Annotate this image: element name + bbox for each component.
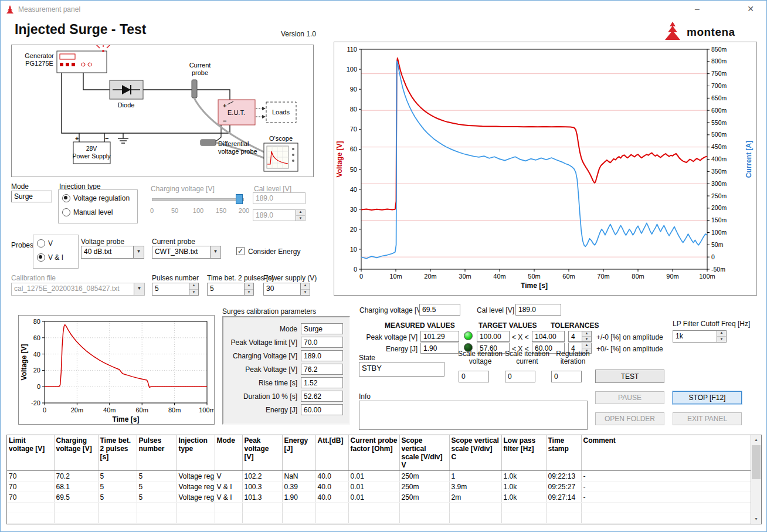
table-row[interactable]: 7068.155Voltage reg.V & I100.30.3940.00.… bbox=[7, 482, 751, 492]
scroll-down-icon[interactable]: ▼ bbox=[751, 514, 761, 524]
cell: 0.39 bbox=[282, 482, 315, 492]
cell: 250m bbox=[399, 482, 449, 492]
minimize-icon[interactable]: – bbox=[684, 1, 711, 18]
lp-filter-select[interactable]: 1k ▲▼ bbox=[673, 330, 727, 343]
calibration-panel: ModeSurgePeak Voltage limit [V]70.0Charg… bbox=[222, 316, 350, 425]
scrollbar-thumb[interactable] bbox=[752, 445, 761, 479]
spinner-buttons[interactable]: ▲▼ bbox=[717, 330, 726, 343]
svg-text:40: 40 bbox=[350, 186, 357, 193]
cell bbox=[282, 524, 315, 525]
cell bbox=[399, 513, 449, 524]
voltage-tolerance-stepper[interactable]: 4 ▲▼ bbox=[568, 331, 592, 342]
cell bbox=[54, 503, 98, 513]
spinner-buttons[interactable]: ▲▼ bbox=[296, 209, 305, 221]
cell: 40.0 bbox=[315, 492, 348, 503]
spin-down-icon: ▼ bbox=[301, 290, 310, 296]
power-supply-label: Power supply (V) bbox=[263, 274, 317, 282]
svg-text:80: 80 bbox=[33, 318, 40, 325]
power-supply-stepper[interactable]: 30 ▲▼ bbox=[263, 283, 310, 296]
peak-voltage-measured: 101.29 bbox=[420, 331, 459, 342]
scale-iteration-voltage-value: 0 bbox=[459, 371, 489, 382]
cell bbox=[282, 503, 315, 513]
open-folder-button[interactable]: OPEN FOLDER bbox=[595, 412, 664, 425]
supply-minus: − bbox=[105, 135, 108, 142]
table-row[interactable]: 7070.255Voltage reg.V102.2NaN40.00.01250… bbox=[7, 471, 751, 482]
spinner-buttons[interactable]: ▲▼ bbox=[244, 283, 253, 296]
calibration-param-value: 70.0 bbox=[301, 337, 343, 348]
brand-name: montena bbox=[687, 26, 735, 39]
radio-manual-level[interactable]: Manual level bbox=[62, 208, 113, 216]
spinner-buttons[interactable]: ▲▼ bbox=[189, 283, 198, 296]
column-header: Scope vertical scale [V/div] C bbox=[449, 435, 501, 471]
spin-down-icon: ▼ bbox=[189, 290, 198, 296]
close-icon[interactable]: ✕ bbox=[737, 1, 764, 18]
svg-text:110: 110 bbox=[347, 46, 357, 53]
spin-up-icon: ▲ bbox=[245, 283, 253, 290]
cell: 5 bbox=[137, 471, 177, 482]
voltage-probe-select[interactable]: 40 dB.txt ▼ bbox=[81, 246, 144, 259]
dropdown-arrow-icon[interactable]: ▼ bbox=[133, 246, 144, 259]
table-row[interactable] bbox=[7, 513, 751, 524]
slider-track[interactable] bbox=[152, 198, 244, 201]
calibration-param-label: Charging Voltage [V] bbox=[226, 352, 297, 360]
table-row[interactable]: 7069.555Voltage reg.V & I101.31.9040.00.… bbox=[7, 492, 751, 503]
table-row[interactable] bbox=[7, 503, 751, 513]
calibration-param-label: Mode bbox=[226, 325, 297, 333]
pause-button[interactable]: PAUSE bbox=[595, 391, 664, 404]
charging-voltage-slider[interactable] bbox=[152, 194, 244, 204]
radio-probe-vi[interactable]: V & I bbox=[37, 253, 63, 262]
radio-voltage-regulation[interactable]: Voltage regulation bbox=[62, 194, 130, 202]
dropdown-arrow-icon[interactable]: ▼ bbox=[210, 246, 220, 259]
cell: 102.2 bbox=[242, 471, 282, 482]
cell bbox=[348, 513, 399, 524]
mode-field[interactable]: Surge bbox=[11, 191, 52, 202]
pulses-number-stepper[interactable]: 5 ▲▼ bbox=[152, 283, 199, 296]
svg-text:10m: 10m bbox=[389, 273, 402, 280]
cell bbox=[215, 513, 242, 524]
radio-probe-v[interactable]: V bbox=[37, 239, 53, 248]
calibration-file-value: cal_1275E_20200316_085427.txt bbox=[14, 284, 120, 293]
table-scrollbar[interactable]: ▲ ▼ bbox=[751, 435, 761, 524]
cell bbox=[501, 513, 546, 524]
stop-button[interactable]: STOP [F12] bbox=[673, 391, 742, 404]
spin-down-icon: ▼ bbox=[296, 216, 305, 222]
spinner-buttons[interactable]: ▲▼ bbox=[582, 331, 591, 342]
oscope-label: O'scope bbox=[269, 135, 293, 142]
main-measurement-chart: 010m20m30m40m50m60m70m80m90m100m01020304… bbox=[334, 42, 757, 296]
cell: 1.0k bbox=[501, 471, 546, 482]
time-between-pulses-value: 5 bbox=[210, 284, 214, 293]
consider-energy-checkbox[interactable]: ✓ bbox=[236, 247, 245, 255]
cell: 5 bbox=[137, 482, 177, 492]
svg-text:300m: 300m bbox=[711, 180, 727, 187]
results-table: Limit voltage [V]Charging voltage [V]Tim… bbox=[7, 435, 752, 524]
energy-label: Energy [J] bbox=[349, 345, 418, 353]
exit-panel-button[interactable]: EXIT PANEL bbox=[673, 412, 742, 425]
svg-text:60m: 60m bbox=[135, 406, 148, 414]
svg-text:Voltage [V]: Voltage [V] bbox=[20, 344, 28, 381]
cell bbox=[348, 524, 399, 525]
ground-icon bbox=[118, 138, 128, 143]
cal-level-indicator: 189.0 bbox=[515, 304, 561, 316]
svg-text:500m: 500m bbox=[711, 131, 727, 138]
time-between-pulses-stepper[interactable]: 5 ▲▼ bbox=[207, 283, 254, 296]
spinner-buttons[interactable]: ▲▼ bbox=[300, 283, 310, 296]
cell: 5 bbox=[137, 492, 177, 503]
cell: 09:25:27 bbox=[546, 482, 581, 492]
svg-text:800m: 800m bbox=[711, 57, 727, 65]
charging-voltage-field[interactable]: 189.0 ▲▼ bbox=[253, 209, 306, 221]
calibration-param-label: Rise time [s] bbox=[226, 379, 297, 387]
calibration-file-select[interactable]: cal_1275E_20200316_085427.txt ▼ bbox=[11, 283, 145, 296]
scale-iteration-voltage-label: Scale iteration voltage bbox=[456, 350, 505, 365]
cell: - bbox=[581, 482, 751, 492]
scroll-up-icon[interactable]: ▲ bbox=[751, 435, 761, 445]
current-probe-select[interactable]: CWT_3NB.txt ▼ bbox=[152, 246, 221, 259]
cal-level-field[interactable]: 189.0 bbox=[253, 192, 306, 204]
cell: 70 bbox=[7, 471, 54, 482]
svg-text:60: 60 bbox=[350, 145, 357, 153]
dropdown-arrow-icon[interactable]: ▼ bbox=[134, 283, 144, 296]
test-button[interactable]: TEST bbox=[595, 370, 664, 383]
cell: 68.1 bbox=[54, 482, 98, 492]
slider-handle[interactable] bbox=[236, 194, 243, 204]
cell: 70 bbox=[7, 482, 54, 492]
table-row[interactable] bbox=[7, 524, 751, 525]
